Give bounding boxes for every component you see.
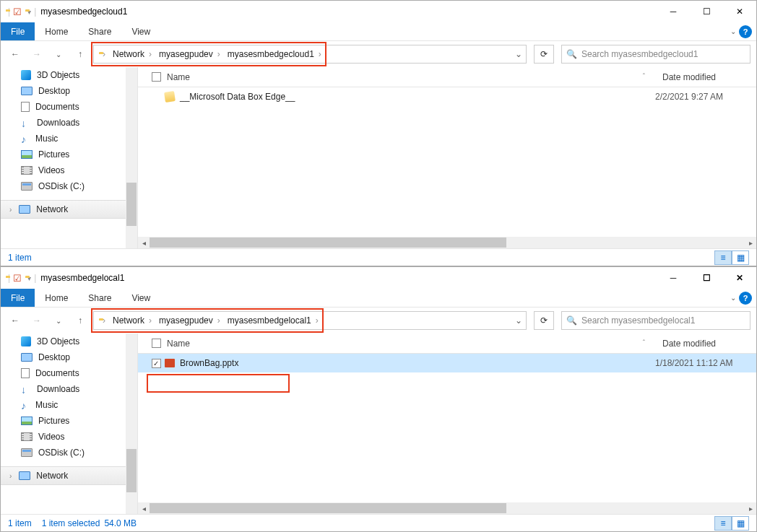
help-icon[interactable]: ? xyxy=(739,292,752,305)
address-bar[interactable]: › Network› myasegpudev› myasesmbedgeclou… xyxy=(93,45,527,64)
breadcrumb-share[interactable]: myasesmbedgecloud1› xyxy=(225,49,326,59)
breadcrumb-host[interactable]: myasegpudev› xyxy=(156,315,225,326)
sidebar-item-network[interactable]: ›Network xyxy=(1,466,137,485)
sidebar-item-pictures[interactable]: Pictures xyxy=(1,413,137,429)
scroll-right-icon[interactable]: ▸ xyxy=(745,237,756,248)
row-checkbox[interactable]: ✓ xyxy=(152,359,161,368)
scroll-right-icon[interactable]: ▸ xyxy=(745,502,756,514)
scroll-left-icon[interactable]: ◂ xyxy=(138,502,150,514)
titlebar[interactable]: | ☑ ▾ | myasesmbedgelocal1 ─ ☐ ✕ xyxy=(1,267,756,289)
breadcrumb-separator-icon[interactable]: › xyxy=(101,315,107,326)
select-all-checkbox[interactable] xyxy=(152,339,161,348)
sidebar-item-network[interactable]: ›Network xyxy=(1,200,137,219)
scroll-left-icon[interactable]: ◂ xyxy=(138,237,150,248)
ribbon-tabs: File Home Share View ⌄ ? xyxy=(1,22,756,41)
sidebar-item-documents[interactable]: Documents xyxy=(1,99,137,115)
sidebar-scrollbar[interactable] xyxy=(126,333,137,514)
back-button[interactable]: ← xyxy=(7,45,24,63)
scroll-thumb[interactable] xyxy=(150,503,506,513)
tab-file[interactable]: File xyxy=(1,289,35,307)
icons-view-button[interactable]: ▦ xyxy=(732,250,749,265)
music-icon: ♪ xyxy=(21,134,30,144)
breadcrumb-network[interactable]: Network› xyxy=(110,49,156,59)
breadcrumb-host[interactable]: myasegpudev› xyxy=(156,49,225,59)
maximize-button[interactable]: ☐ xyxy=(690,1,723,22)
minimize-button[interactable]: ─ xyxy=(657,1,690,22)
search-input[interactable]: 🔍 Search myasesmbedgelocal1 xyxy=(561,311,750,330)
tab-file[interactable]: File xyxy=(1,22,35,40)
tab-share[interactable]: Share xyxy=(78,289,121,307)
chevron-right-icon[interactable]: › xyxy=(9,472,12,480)
up-button[interactable]: ↑ xyxy=(72,45,89,63)
horizontal-scrollbar[interactable]: ◂ ▸ xyxy=(138,237,756,248)
recent-dropdown-icon[interactable]: ⌄ xyxy=(50,312,67,329)
details-view-button[interactable]: ≡ xyxy=(714,516,732,531)
refresh-button[interactable]: ⟳ xyxy=(534,45,554,64)
breadcrumb-network[interactable]: Network› xyxy=(110,315,156,326)
close-button[interactable]: ✕ xyxy=(723,1,756,22)
sidebar-item-videos[interactable]: Videos xyxy=(1,429,137,445)
sidebar-item-downloads[interactable]: ↓Downloads xyxy=(1,381,137,397)
sidebar-item-music[interactable]: ♪Music xyxy=(1,131,137,147)
file-row[interactable]: ✓ BrownBag.pptx 1/18/2021 11:12 AM xyxy=(138,354,756,372)
sidebar-item-desktop[interactable]: Desktop xyxy=(1,83,137,99)
ribbon-expand-icon[interactable]: ⌄ xyxy=(730,294,736,302)
address-dropdown-icon[interactable]: ⌄ xyxy=(511,45,526,63)
column-name[interactable]: Nameˆ xyxy=(163,339,662,349)
icons-view-button[interactable]: ▦ xyxy=(732,516,749,531)
sidebar-scrollbar[interactable] xyxy=(126,67,137,248)
sidebar-item-documents[interactable]: Documents xyxy=(1,365,137,381)
address-bar[interactable]: › Network› myasegpudev› myasesmbedgeloca… xyxy=(93,311,527,330)
sidebar-item-pictures[interactable]: Pictures xyxy=(1,147,137,162)
tab-home[interactable]: Home xyxy=(35,22,78,40)
horizontal-scrollbar[interactable]: ◂ ▸ xyxy=(138,502,756,514)
titlebar[interactable]: | ☑ ▾ | myasesmbedgecloud1 ─ ☐ ✕ xyxy=(1,1,756,22)
qat-checkbox-icon[interactable]: ☑ xyxy=(13,273,22,284)
close-button[interactable]: ✕ xyxy=(723,267,756,289)
explorer-window-cloud: | ☑ ▾ | myasesmbedgecloud1 ─ ☐ ✕ File Ho… xyxy=(0,0,757,266)
file-date: 1/18/2021 11:12 AM xyxy=(655,358,756,368)
powerpoint-icon xyxy=(163,359,177,367)
help-icon[interactable]: ? xyxy=(739,25,752,38)
column-date[interactable]: Date modified xyxy=(662,339,756,349)
breadcrumb-share[interactable]: myasesmbedgelocal1› xyxy=(225,315,323,326)
pictures-icon xyxy=(21,417,33,425)
nav-pane[interactable]: 3D Objects Desktop Documents ↓Downloads … xyxy=(1,333,138,514)
highlight-annotation xyxy=(147,374,290,393)
file-row[interactable]: __Microsoft Data Box Edge__ 2/2/2021 9:2… xyxy=(138,87,756,106)
sidebar-item-3d-objects[interactable]: 3D Objects xyxy=(1,67,137,83)
sidebar-item-desktop[interactable]: Desktop xyxy=(1,349,137,365)
tab-view[interactable]: View xyxy=(121,289,160,307)
sidebar-item-3d-objects[interactable]: 3D Objects xyxy=(1,333,137,349)
forward-button[interactable]: → xyxy=(28,312,46,329)
details-view-button[interactable]: ≡ xyxy=(714,250,732,265)
ribbon-expand-icon[interactable]: ⌄ xyxy=(730,27,736,35)
tab-home[interactable]: Home xyxy=(35,289,78,307)
forward-button[interactable]: → xyxy=(28,45,46,63)
sidebar-item-videos[interactable]: Videos xyxy=(1,162,137,178)
breadcrumb-separator-icon[interactable]: › xyxy=(101,49,107,59)
nav-pane[interactable]: 3D Objects Desktop Documents ↓Downloads … xyxy=(1,67,138,248)
chevron-right-icon[interactable]: › xyxy=(9,206,12,214)
sidebar-item-osdisk[interactable]: OSDisk (C:) xyxy=(1,445,137,461)
refresh-button[interactable]: ⟳ xyxy=(534,311,554,330)
tab-view[interactable]: View xyxy=(121,22,160,40)
sidebar-item-music[interactable]: ♪Music xyxy=(1,397,137,413)
minimize-button[interactable]: ─ xyxy=(657,267,690,289)
maximize-button[interactable]: ☐ xyxy=(690,267,723,289)
sort-asc-icon[interactable]: ˆ xyxy=(643,73,645,81)
column-date[interactable]: Date modified xyxy=(662,72,756,82)
qat-checkbox-icon[interactable]: ☑ xyxy=(13,6,22,17)
select-all-checkbox[interactable] xyxy=(152,72,161,82)
sidebar-item-downloads[interactable]: ↓Downloads xyxy=(1,115,137,131)
column-name[interactable]: Nameˆ xyxy=(163,72,662,82)
address-dropdown-icon[interactable]: ⌄ xyxy=(511,312,526,329)
scroll-thumb[interactable] xyxy=(150,237,506,248)
tab-share[interactable]: Share xyxy=(78,22,121,40)
up-button[interactable]: ↑ xyxy=(72,312,89,329)
sort-asc-icon[interactable]: ˆ xyxy=(643,339,645,347)
search-input[interactable]: 🔍 Search myasesmbedgecloud1 xyxy=(561,45,750,64)
back-button[interactable]: ← xyxy=(7,312,24,329)
sidebar-item-osdisk[interactable]: OSDisk (C:) xyxy=(1,178,137,194)
recent-dropdown-icon[interactable]: ⌄ xyxy=(50,45,67,63)
